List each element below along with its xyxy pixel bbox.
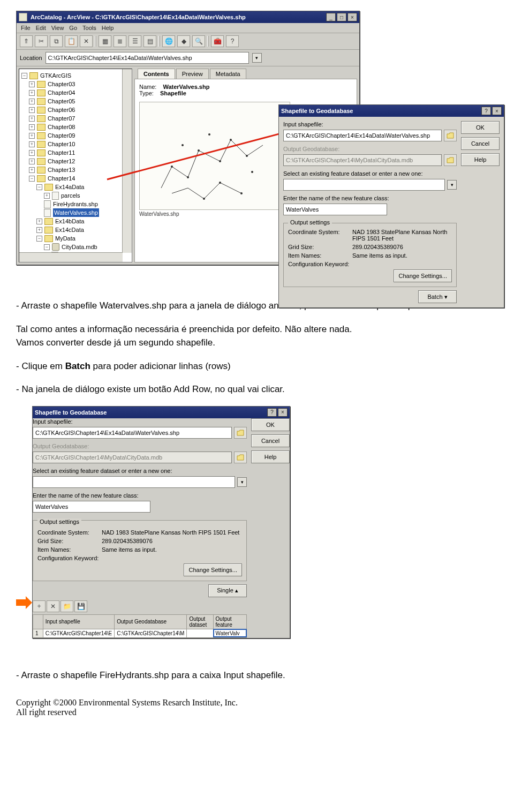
location-bar: Location ▾ <box>17 50 359 66</box>
new-fc-field-2[interactable] <box>33 501 150 513</box>
tree-chapter[interactable]: Chapter10 <box>48 140 75 148</box>
add-row-button[interactable]: ＋ <box>33 600 46 612</box>
figure-arccatalog: ArcCatalog - ArcView - C:\GTKArcGIS\Chap… <box>16 11 498 289</box>
tool-delete-icon[interactable]: ✕ <box>80 35 93 47</box>
existing-dataset-field-2[interactable] <box>33 476 235 488</box>
new-fc-field[interactable] <box>283 204 387 215</box>
tool-cut-icon[interactable]: ✂ <box>35 35 48 47</box>
dialog1-close-button[interactable]: × <box>492 107 502 115</box>
change-settings-button-2[interactable]: Change Settings... <box>184 563 242 576</box>
tree-chapter[interactable]: Chapter13 <box>48 166 75 174</box>
tool-paste-icon[interactable]: 📋 <box>65 35 78 47</box>
tool-toolbox-icon[interactable]: 🧰 <box>211 35 224 47</box>
tree-parcels[interactable]: parcels <box>61 191 80 200</box>
menu-file[interactable]: File <box>21 25 31 31</box>
tool-help-icon[interactable]: ? <box>226 35 239 47</box>
tab-metadata[interactable]: Metadata <box>210 69 246 79</box>
tree-firehydrants[interactable]: FireHydrants.shp <box>53 200 98 208</box>
copyright-line-2: All right reserved <box>16 708 498 717</box>
tree-chapter[interactable]: Chapter09 <box>48 131 75 140</box>
tree-chapter[interactable]: Chapter06 <box>48 106 75 114</box>
tree-chapter[interactable]: Chapter04 <box>48 88 75 97</box>
tree-chapter14[interactable]: Chapter14 <box>48 174 75 183</box>
existing-dataset-field[interactable] <box>283 179 445 191</box>
input-shapefile-field[interactable] <box>283 130 442 141</box>
minimize-button[interactable]: _ <box>326 13 336 21</box>
browse-input-button-2[interactable] <box>234 427 247 439</box>
output-gdb-field[interactable] <box>283 154 442 166</box>
dialog1-help-button[interactable]: ? <box>481 107 491 115</box>
help-button-2[interactable]: Help <box>251 450 290 463</box>
location-input[interactable] <box>46 52 249 64</box>
tool-thumbnails-icon[interactable]: ▤ <box>143 35 156 47</box>
maximize-button[interactable]: □ <box>337 13 346 21</box>
batch-col-output-dataset[interactable]: Output dataset <box>187 614 213 629</box>
tree-chapter[interactable]: Chapter07 <box>48 114 75 123</box>
tree-watervalves-selected[interactable]: WaterValves.shp <box>53 208 99 217</box>
save-button[interactable]: 💾 <box>74 600 87 612</box>
batch-col-input[interactable]: Input shapefile <box>43 614 115 629</box>
menu-go[interactable]: Go <box>69 25 77 31</box>
items-label: Item Names: <box>288 252 352 259</box>
batch-bold: Batch <box>65 361 90 371</box>
tree-citydata[interactable]: CityData.mdb <box>62 243 97 251</box>
tool-search-icon[interactable]: 🔍 <box>192 35 205 47</box>
batch-output-gdb-cell[interactable]: C:\GTKArcGIS\Chapter14\M <box>115 629 187 637</box>
output-gdb-field-2[interactable] <box>33 452 232 463</box>
browse-output-button[interactable] <box>444 154 457 166</box>
open-button[interactable]: 📁 <box>61 600 73 612</box>
tool-gdb-icon[interactable]: ◆ <box>177 35 190 47</box>
batch-output-feature-cell[interactable]: WaterValv <box>213 629 246 637</box>
tree-chapter[interactable]: Chapter08 <box>48 123 75 131</box>
tree-chapter[interactable]: Chapter12 <box>48 157 75 166</box>
batch-row-1[interactable]: 1 C:\GTKArcGIS\Chapter14\E C:\GTKArcGIS\… <box>33 629 247 637</box>
tree-ex14a[interactable]: Ex14aData <box>55 183 84 191</box>
ok-button-2[interactable]: OK <box>251 418 290 431</box>
delete-row-button[interactable]: ✕ <box>47 600 59 612</box>
cancel-button-2[interactable]: Cancel <box>251 434 290 447</box>
help-button[interactable]: Help <box>461 153 500 166</box>
tool-large-icons-icon[interactable]: ▦ <box>99 35 111 47</box>
batch-output-dataset-cell[interactable] <box>187 629 213 637</box>
close-button[interactable]: × <box>347 13 357 21</box>
tab-preview[interactable]: Preview <box>176 69 209 79</box>
menu-view[interactable]: View <box>51 25 64 31</box>
tree-chapter[interactable]: Chapter05 <box>48 97 75 106</box>
tree-scrollbar-v[interactable] <box>122 69 132 253</box>
dialog2-help-button[interactable]: ? <box>267 408 277 417</box>
tree-root[interactable]: GTKArcGIS <box>40 71 71 80</box>
menu-edit[interactable]: Edit <box>36 25 46 31</box>
tool-up-icon[interactable]: ⇑ <box>20 35 33 47</box>
existing-dataset-dropdown-icon[interactable]: ▾ <box>447 180 457 190</box>
menu-tools[interactable]: Tools <box>82 25 96 31</box>
batch-button[interactable]: Batch ▾ <box>418 290 457 303</box>
dialog2-close-button[interactable]: × <box>278 408 288 417</box>
svg-point-7 <box>219 182 221 184</box>
tab-contents[interactable]: Contents <box>138 69 175 79</box>
tree-chapter[interactable]: Chapter03 <box>48 80 75 88</box>
tree-scrollbar-h[interactable] <box>19 252 123 262</box>
batch-col-output-feature[interactable]: Output feature <box>213 614 246 629</box>
tool-copy-icon[interactable]: ⧉ <box>50 35 63 47</box>
tree-mydata[interactable]: MyData <box>55 234 75 243</box>
location-dropdown-icon[interactable]: ▾ <box>252 53 262 63</box>
tree-ex14c[interactable]: Ex14cData <box>55 225 84 234</box>
tool-list-icon[interactable]: ≣ <box>114 35 126 47</box>
browse-output-button-2[interactable] <box>234 452 247 463</box>
input-shapefile-field-2[interactable] <box>33 427 232 439</box>
change-settings-button[interactable]: Change Settings... <box>394 269 452 282</box>
tree-ex14b[interactable]: Ex14bData <box>55 217 84 225</box>
cancel-button[interactable]: Cancel <box>461 137 500 150</box>
instruction-text-block-2: - Arraste o shapefile FireHydrants.shp p… <box>16 668 498 682</box>
tool-launch-arcmap-icon[interactable]: 🌐 <box>162 35 175 47</box>
batch-col-output-gdb[interactable]: Output Geodatabase <box>115 614 187 629</box>
browse-input-button[interactable] <box>444 130 457 141</box>
ok-button[interactable]: OK <box>461 121 500 134</box>
menu-help[interactable]: Help <box>102 25 114 31</box>
batch-input-cell[interactable]: C:\GTKArcGIS\Chapter14\E <box>43 629 115 637</box>
existing-dataset-dropdown-icon-2[interactable]: ▾ <box>237 477 247 487</box>
app-icon <box>19 13 27 21</box>
tree-chapter[interactable]: Chapter11 <box>48 148 75 157</box>
single-button[interactable]: Single ▴ <box>208 584 247 597</box>
tool-details-icon[interactable]: ☰ <box>128 35 141 47</box>
